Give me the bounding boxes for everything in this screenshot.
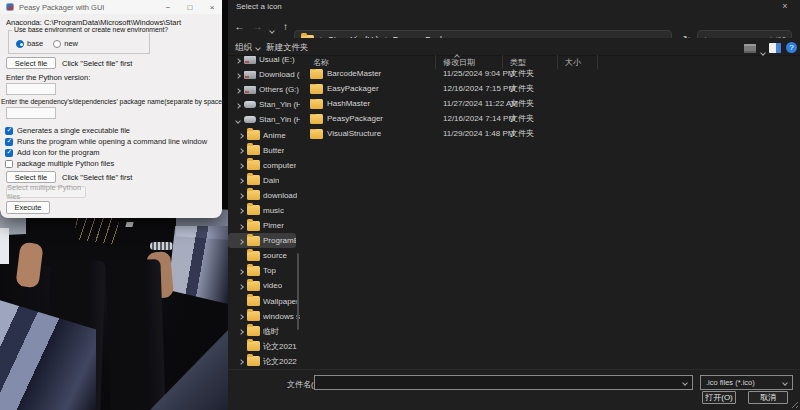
filename-input[interactable] [315,378,683,387]
folder-tree: Usual (E:) Download (F:) Others (G:) Sta… [228,52,300,369]
checkbox-single-executable[interactable]: Generates a single executable file [5,126,130,135]
python-version-input[interactable] [6,83,56,95]
chevron-right-icon [238,148,244,154]
view-dropdown-button[interactable] [761,47,765,57]
tree-item-anime[interactable]: Anime [228,127,300,142]
tree-item-lunwen2022[interactable]: 论文2022 [228,354,300,369]
tree-item-butter[interactable]: Butter [228,143,300,158]
dialog-titlebar[interactable]: Select a icon × [228,0,800,14]
tree-item-wallpaper[interactable]: Wallpaper [228,294,300,309]
minimize-icon[interactable]: − [162,3,174,12]
dependency-label: Enter the dependency's/dependencies' pac… [1,98,226,105]
sort-ascending-icon [455,52,459,61]
tree-item-music[interactable]: music [228,203,300,218]
select-file-button-2[interactable]: Select file [6,171,56,183]
chevron-down-icon [782,380,788,386]
chevron-right-icon [235,103,241,109]
tree-item-download-f[interactable]: Download (F:) [228,67,300,82]
tree-item-download[interactable]: download [228,188,300,203]
tree-scrollbar[interactable] [297,253,299,330]
tree-item-others-g[interactable]: Others (G:) [228,82,300,97]
chevron-right-icon [238,360,244,366]
tree-item-pimer[interactable]: Pimer [228,218,300,233]
filename-combobox[interactable] [314,375,693,390]
app-title: Peasy Packager with GUI [19,3,104,12]
select-icon-dialog: Select a icon × ← → ↑ Stan_Yin (H:) Prog… [228,0,800,410]
tree-item-stanyin-h[interactable]: Stan_Yin (H:) [228,97,300,112]
open-button[interactable]: 打开(O) [702,391,736,404]
select-multiple-files-button[interactable]: Select multiple Python files [6,186,86,198]
chevron-down-icon [235,118,241,124]
folder-icon [247,221,260,231]
tree-item-windows-syst[interactable]: windows syst [228,309,300,324]
tree-item-stanyin-h-expanded[interactable]: Stan_Yin (H:) [228,112,300,127]
filetype-value: .ico files (*.ico) [706,378,755,387]
tree-item-lunwen2021[interactable]: 论文2021 [228,339,300,354]
folder-icon [247,145,260,155]
folder-icon [247,175,260,185]
maximize-icon[interactable]: □ [184,3,196,12]
tree-item-usual-e[interactable]: Usual (E:) [228,52,300,67]
checkbox-multiple-files[interactable]: package multiple Python files [5,159,114,168]
disk-icon [244,116,256,123]
dependency-input[interactable] [6,107,56,119]
app-icon [6,3,14,11]
drive-icon [244,56,256,64]
forward-button[interactable]: → [250,19,265,34]
folder-icon [310,129,323,139]
folder-icon [310,84,323,94]
select-file-hint-2: Click "Select file" first [62,173,132,182]
folder-icon [247,266,260,276]
help-icon[interactable]: ? [786,42,797,53]
dialog-footer: 文件名(N): .ico files (*.ico) 打开(O) 取消 [228,369,800,410]
tree-item-computer[interactable]: computer [228,158,300,173]
app-titlebar[interactable]: Peasy Packager with GUI − □ × [0,0,222,14]
checkbox-label: Runs the program while opening a command… [17,137,207,146]
tree-item-top[interactable]: Top [228,263,300,278]
folder-icon [247,160,260,170]
file-list: BarcodeMaster 11/25/2024 9:04 PM 文件夹 Eas… [310,66,790,141]
dialog-title: Select a icon [236,2,282,11]
file-row-barcodemaster[interactable]: BarcodeMaster 11/25/2024 9:04 PM 文件夹 [310,66,790,81]
recent-locations-button[interactable] [270,25,274,35]
radio-unselected-icon [53,40,61,48]
preview-pane-button[interactable] [769,43,781,53]
checkbox-unchecked-icon [5,160,13,168]
cancel-button[interactable]: 取消 [748,391,788,404]
close-icon[interactable]: × [778,1,792,13]
tree-item-linshi[interactable]: 临时 [228,324,300,339]
peasy-packager-window: Peasy Packager with GUI − □ × Anaconda: … [0,0,222,218]
filetype-select[interactable]: .ico files (*.ico) [700,375,793,390]
file-row-easypackager[interactable]: EasyPackager 12/16/2024 7:15 PM 文件夹 [310,81,790,96]
folder-icon [247,236,260,246]
execute-button[interactable]: Execute [6,201,50,214]
checkbox-label: package multiple Python files [17,159,114,168]
file-row-peasypackager[interactable]: PeasyPackager 12/16/2024 7:14 PM 文件夹 [310,111,790,126]
chevron-right-icon [238,194,244,200]
back-button[interactable]: ← [232,19,247,34]
wrist-bracelet [150,242,173,250]
tree-item-source[interactable]: source [228,248,300,263]
tree-item-dain[interactable]: Dain [228,173,300,188]
select-file-hint: Click "Select file" first [62,59,132,68]
tree-item-video[interactable]: video [228,278,300,293]
select-file-button[interactable]: Select file [6,57,56,69]
chevron-right-icon [238,133,244,139]
file-row-hashmaster[interactable]: HashMaster 11/27/2024 11:22 AM 文件夹 [310,96,790,111]
folder-icon [247,281,260,291]
change-view-button[interactable] [744,44,756,53]
person-hand [15,242,43,288]
close-icon[interactable]: × [206,3,218,12]
checkbox-add-icon[interactable]: Add icon for the program [5,148,100,157]
folder-icon [247,205,260,215]
resize-grip[interactable] [791,401,798,408]
chevron-right-icon [235,58,241,64]
chevron-right-icon [238,269,244,275]
checkbox-command-line-window[interactable]: Runs the program while opening a command… [5,137,207,146]
tree-item-programbackup[interactable]: ProgramBackup [228,233,296,248]
environment-group-label: Use base environment or create new envir… [12,26,170,33]
radio-base[interactable]: base [16,39,43,48]
up-button[interactable]: ↑ [278,19,293,34]
radio-new[interactable]: new [53,39,78,48]
file-row-visualstructure[interactable]: VisualStructure 11/29/2024 1:48 PM 文件夹 [310,126,790,141]
